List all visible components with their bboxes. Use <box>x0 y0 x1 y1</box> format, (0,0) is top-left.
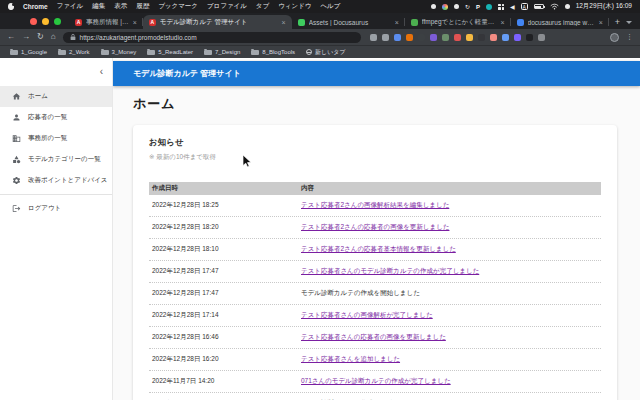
extension-icon-6[interactable] <box>430 34 437 41</box>
notice-link[interactable]: テスト応募者さんのモデル診断カルテの作成が完了しました <box>301 267 479 274</box>
tab-close-icon[interactable]: × <box>282 19 286 26</box>
bookmark-folder[interactable]: 8_BlogTools <box>251 49 295 55</box>
row-date: 2022年12月28日 16:20 <box>149 355 301 364</box>
column-header-content: 内容 <box>301 184 601 193</box>
folder-icon <box>147 50 155 55</box>
table-row: 2022年11月7日 14:20071さんのモデル診断カルテの作成が完了しました <box>149 371 601 393</box>
notice-link[interactable]: テスト応募者2さんの画像解析結果を編集しました <box>301 201 449 208</box>
notice-link[interactable]: テスト応募者さんの画像解析が完了しました <box>301 311 433 318</box>
sidebar-item-logout[interactable]: ログアウト <box>0 198 112 219</box>
tab-close-icon[interactable]: × <box>599 19 603 26</box>
new-tab-button[interactable]: + <box>609 17 626 29</box>
browser-menu-icon[interactable]: ⋮ <box>626 33 633 41</box>
sidebar-item-business[interactable]: 事務所の一覧 <box>0 128 112 149</box>
notice-link[interactable]: テスト応募者2さんの応募者基本情報を更新しました <box>301 245 456 252</box>
onepassword-icon[interactable]: P <box>476 4 480 10</box>
tab-close-icon[interactable]: × <box>133 19 137 26</box>
extension-icon-13[interactable] <box>514 34 521 41</box>
volume-icon[interactable]: ◀ <box>510 4 515 10</box>
extension-icon-9[interactable] <box>466 34 473 41</box>
sidebar-item-person[interactable]: 応募者の一覧 <box>0 107 112 128</box>
row-content: テスト応募者2さんの応募者基本情報を更新しました <box>301 245 601 254</box>
browser-tab[interactable]: A事務所情報 | AZUKARI Agent× <box>69 15 143 29</box>
row-date: 2022年12月28日 18:20 <box>149 223 301 232</box>
forward-icon[interactable]: → <box>22 33 30 41</box>
sidebar-item-settings[interactable]: 改善ポイントとアドバイス <box>0 170 112 191</box>
row-content: 071さんのモデル診断カルテの作成が完了しました <box>301 377 601 386</box>
input-source-icon[interactable]: A <box>521 3 528 10</box>
menu-item-chrome[interactable]: Chrome <box>23 3 48 10</box>
notice-subtitle: ※ 最新の10件まで取得 <box>149 153 601 162</box>
browser-tab[interactable]: Assets | Docusaurus× <box>292 15 405 29</box>
back-icon[interactable]: ← <box>7 33 15 41</box>
sidebar-item-category[interactable]: モデルカテゴリーの一覧 <box>0 149 112 170</box>
apple-logo-icon[interactable] <box>8 3 14 10</box>
menu-item-4[interactable]: 履歴 <box>136 2 149 11</box>
menu-item-3[interactable]: 表示 <box>114 2 127 11</box>
extension-icon-4[interactable] <box>406 34 413 41</box>
address-bar[interactable]: https://azukariagent.promodelstudio.com <box>63 32 361 43</box>
extension-icon-10[interactable] <box>478 34 485 41</box>
tab-close-icon[interactable]: × <box>500 19 504 26</box>
browser-tab[interactable]: docusaurus image width css× <box>511 15 609 29</box>
extension-icon-14[interactable] <box>526 34 533 41</box>
teal-app-icon[interactable] <box>486 4 492 10</box>
notice-link[interactable]: 071さんのモデル診断カルテの作成が完了しました <box>301 377 451 384</box>
stage-manager-icon[interactable] <box>498 4 504 10</box>
tab-search-chevron-icon[interactable] <box>626 21 632 24</box>
zoom-window-button[interactable] <box>54 18 61 25</box>
bookmark-folder[interactable]: 3_Money <box>101 49 137 55</box>
bookmark-folder[interactable]: 1_Google <box>10 49 47 55</box>
menu-item-6[interactable]: プロファイル <box>207 2 247 11</box>
menu-item-8[interactable]: ウィンドウ <box>278 2 311 11</box>
menu-extra-icon[interactable] <box>431 4 436 9</box>
history-icon[interactable]: ↻ <box>465 4 470 10</box>
browser-tab[interactable]: Aモデル診断カルテ 管理サイト× <box>143 15 292 29</box>
bookmark-folder[interactable]: 5_ReadLater <box>147 49 193 55</box>
colors-icon[interactable] <box>442 4 448 10</box>
wifi-icon[interactable] <box>550 3 559 10</box>
table-row: 2022年11月7日 14:20モデル診断カルテの作成を開始しました <box>149 393 601 400</box>
paw-icon[interactable] <box>454 4 459 9</box>
reload-icon[interactable]: ↻ <box>37 33 44 41</box>
table-row: 2022年12月28日 16:20テスト応募者さんを追加しました <box>149 349 601 371</box>
bookmark-folder[interactable]: 7_Design <box>204 49 240 55</box>
battery-icon[interactable] <box>534 4 544 9</box>
notice-link[interactable]: テスト応募者さんを追加しました <box>301 355 400 362</box>
menu-item-5[interactable]: ブックマーク <box>158 2 198 11</box>
notice-link[interactable]: テスト応募者2さんの応募者の画像を更新しました <box>301 223 449 230</box>
tab-close-icon[interactable]: × <box>395 19 399 26</box>
extension-icon-3[interactable] <box>394 34 401 41</box>
close-window-button[interactable] <box>30 18 37 25</box>
minimize-window-button[interactable] <box>42 18 49 25</box>
menu-bar-clock[interactable]: 12月29日(木) 16:09 <box>576 2 632 11</box>
profile-avatar[interactable] <box>610 33 619 42</box>
notice-link[interactable]: テスト応募者さんの応募者の画像を更新しました <box>301 333 446 340</box>
chevron-left-icon[interactable]: ‹ <box>100 66 103 77</box>
extension-icon-8[interactable] <box>454 34 461 41</box>
control-center-icon[interactable] <box>565 4 570 9</box>
extension-icon-7[interactable] <box>442 34 449 41</box>
menu-item-2[interactable]: 編集 <box>92 2 105 11</box>
extension-icon-11[interactable] <box>490 34 497 41</box>
extension-icon-5[interactable] <box>418 34 425 41</box>
menu-item-7[interactable]: タブ <box>256 2 269 11</box>
extension-icon-12[interactable] <box>502 34 509 41</box>
home-icon <box>12 92 21 101</box>
menu-item-1[interactable]: ファイル <box>57 2 84 11</box>
bookmark-new-tab[interactable]: 新しいタブ <box>306 48 346 57</box>
tab-favicon-icon <box>298 19 305 26</box>
extension-icon-1[interactable] <box>370 34 377 41</box>
sidebar-item-home[interactable]: ホーム <box>0 86 112 107</box>
bookmark-folder[interactable]: 2_Work <box>58 49 90 55</box>
sidebar-item-label: ホーム <box>28 92 48 101</box>
column-header-date: 作成日時 <box>149 184 301 193</box>
extension-icon-2[interactable] <box>382 34 389 41</box>
extension-icon-15[interactable] <box>538 34 545 41</box>
menu-item-9[interactable]: ヘルプ <box>320 2 340 11</box>
tab-favicon-icon <box>517 19 524 26</box>
browser-tab[interactable]: ffmpegでとにかく軽量なGIFを作× <box>405 15 511 29</box>
notice-title: お知らせ <box>149 137 601 149</box>
table-header-row: 作成日時 内容 <box>149 182 601 195</box>
home-icon[interactable]: ⌂ <box>51 33 56 41</box>
